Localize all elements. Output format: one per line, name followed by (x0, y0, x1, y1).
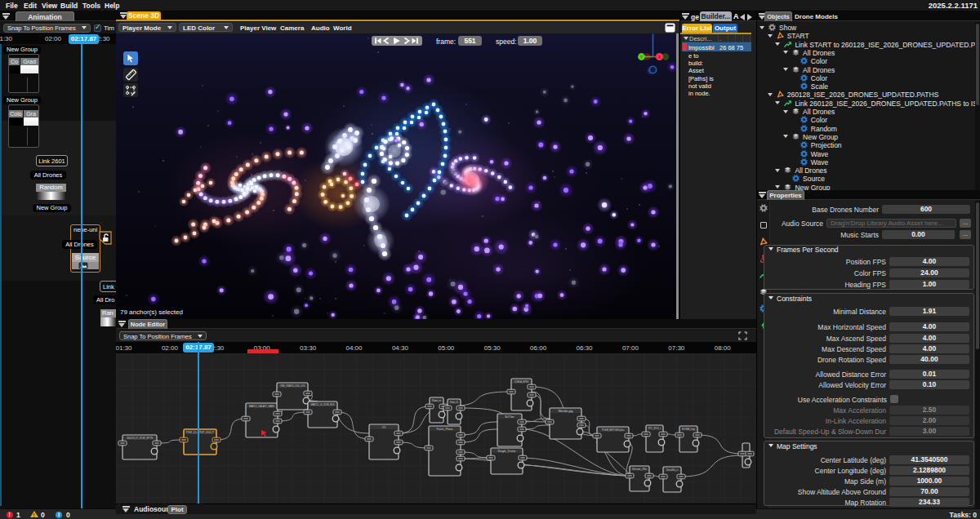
svg-text:CPU: CPU (382, 426, 387, 429)
svg-text:Dhrute_IRu: Dhrute_IRu (632, 468, 647, 471)
svg-text:MARCO_GALAXY_HAND: MARCO_GALAXY_HAND (249, 405, 275, 408)
svg-text:Patch_Plane: Patch_Plane (437, 428, 453, 431)
svg-text:ONE_STARCLOUD_01G: ONE_STARCLOUD_01G (280, 384, 305, 388)
svg-text:Robot_m: Robot_m (432, 399, 441, 402)
svg-text:260128_07_ROW_RPTN: 260128_07_ROW_RPTN (127, 437, 154, 440)
svg-text:Worlds.jpg: Worlds.jpg (559, 410, 573, 413)
svg-text:Single_Drone: Single_Drone (498, 450, 516, 453)
svg-text:DecoRu_s: DecoRu_s (666, 468, 678, 472)
svg-text:ROSM_higt: ROSM_higt (682, 428, 695, 431)
svg-text:PLSM_BRYOND.pha: PLSM_BRYOND.pha (602, 428, 624, 432)
svg-text:BuTTom: BuTTom (506, 415, 514, 419)
svg-text:Robot_01: Robot_01 (450, 401, 458, 404)
svg-text:PIGR_01+SITUP_0104_P: PIGR_01+SITUP_0104_P (186, 431, 214, 434)
svg-text:RTL_ROO_t: RTL_ROO_t (648, 427, 661, 430)
svg-text:MARCO_01_ROW_BLN: MARCO_01_ROW_BLN (311, 403, 336, 406)
svg-text:COMUA_HVRG: COMUA_HVRG (514, 380, 529, 384)
